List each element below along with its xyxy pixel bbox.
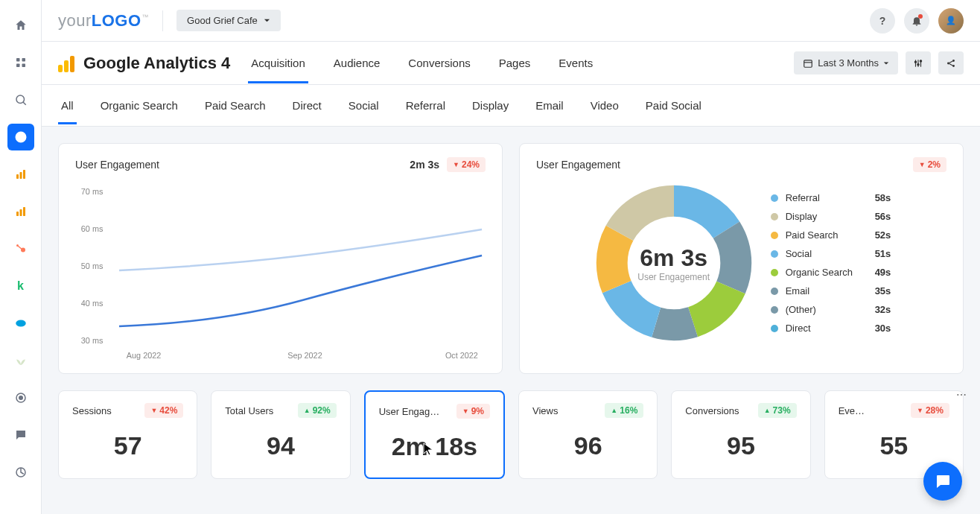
kpi-value: 57 (72, 431, 183, 460)
tab-pages[interactable]: Pages (496, 43, 534, 83)
tab-audience[interactable]: Audience (331, 43, 384, 83)
kpi-title: Total Users (225, 405, 273, 416)
legend-label: Social (786, 248, 868, 259)
engagement-delta: ▼24% (447, 157, 486, 172)
svg-text:Aug 2022: Aug 2022 (127, 351, 161, 360)
kpi-value: 55 (839, 431, 949, 460)
share-icon (946, 58, 956, 69)
channel-display[interactable]: Display (469, 87, 512, 124)
svg-line-31 (949, 63, 953, 65)
channel-paid-social[interactable]: Paid Social (643, 87, 704, 124)
legend-value: 32s (875, 304, 891, 315)
user-avatar[interactable]: 👤 (938, 8, 964, 34)
svg-point-17 (19, 396, 22, 400)
legend-label: Referral (786, 192, 868, 203)
left-nav-rail: k (0, 0, 42, 514)
kpi-delta: ▲73% (758, 403, 797, 418)
kpi-title: Sessions (72, 405, 112, 416)
svg-text:30 ms: 30 ms (81, 336, 104, 345)
legend-label: Organic Search (786, 267, 868, 278)
svg-rect-19 (804, 60, 812, 66)
kpi-title: Conversions (685, 405, 739, 416)
channel-social[interactable]: Social (346, 87, 382, 124)
svg-point-24 (914, 61, 916, 63)
kpi-card[interactable]: Sessions▼42%57 (58, 390, 197, 479)
kpi-card[interactable]: User Engag…▼9%2m 18s (364, 390, 505, 479)
kpi-title: Views (532, 405, 558, 416)
nav-search-icon[interactable] (7, 86, 34, 113)
date-range-button[interactable]: Last 3 Months (794, 51, 898, 74)
kpi-delta: ▲16% (605, 403, 643, 418)
channel-email[interactable]: Email (532, 87, 567, 124)
legend-label: Paid Search (786, 229, 868, 241)
svg-rect-6 (16, 174, 19, 179)
legend-dot (771, 232, 778, 239)
share-button[interactable] (938, 51, 964, 74)
legend-dot (771, 213, 778, 220)
nav-goal-icon[interactable] (7, 459, 34, 486)
legend-value: 52s (875, 229, 891, 241)
settings-button[interactable] (906, 51, 931, 74)
nav-home-icon[interactable] (7, 12, 34, 39)
channel-paid-search[interactable]: Paid Search (202, 87, 269, 124)
workspace-selector[interactable]: Good Grief Cafe (176, 10, 281, 31)
channel-referral[interactable]: Referral (403, 87, 448, 124)
donut-delta: ▼2% (913, 157, 946, 172)
engagement-line-chart: 70 ms 60 ms 50 ms 40 ms 30 ms Aug 2022 S… (75, 181, 486, 360)
donut-legend: Referral58sDisplay56sPaid Search52sSocia… (771, 192, 891, 334)
channel-all[interactable]: All (58, 87, 77, 124)
nav-signals2-icon[interactable] (7, 198, 34, 225)
nav-hubspot-icon[interactable] (7, 235, 34, 262)
svg-rect-0 (16, 58, 20, 62)
notifications-button[interactable] (904, 8, 929, 34)
engagement-line-card: User Engagement 2m 3s ▼24% 70 ms 60 ms 5… (58, 143, 503, 374)
nav-k-icon[interactable]: k (7, 273, 34, 299)
kpi-card[interactable]: Total Users▲92%94 (211, 390, 350, 479)
page-header: Google Analytics 4 Acquisition Audience … (42, 42, 980, 85)
svg-text:Sep 2022: Sep 2022 (287, 351, 322, 360)
nav-target-icon[interactable] (7, 384, 34, 411)
nav-salesforce-icon[interactable] (7, 310, 34, 337)
channel-organic[interactable]: Organic Search (98, 87, 181, 124)
kpi-title: User Engag… (379, 406, 440, 417)
kpi-value: 2m 18s (379, 432, 490, 461)
kpi-more-icon[interactable]: ⋯ (956, 389, 967, 401)
chevron-down-icon (883, 60, 889, 66)
engagement-card-title: User Engagement (75, 159, 159, 171)
nav-signals-icon[interactable] (7, 161, 34, 188)
ga4-icon (58, 54, 76, 72)
kpi-value: 96 (532, 431, 643, 460)
nav-analytics-icon[interactable] (7, 124, 34, 150)
page-title: Google Analytics 4 (83, 54, 230, 73)
kpi-card[interactable]: Conversions▲73%95 (671, 390, 810, 479)
nav-chat-icon[interactable] (7, 422, 34, 448)
legend-value: 58s (875, 192, 891, 203)
kpi-value: 95 (685, 431, 796, 460)
channel-video[interactable]: Video (588, 87, 622, 124)
channel-direct[interactable]: Direct (290, 87, 325, 124)
kpi-delta: ▼42% (144, 403, 183, 418)
chat-fab[interactable] (923, 462, 962, 501)
nav-seed-icon[interactable] (7, 347, 34, 374)
donut-card-title: User Engagement (536, 159, 620, 171)
svg-text:70 ms: 70 ms (81, 187, 104, 196)
legend-dot (771, 306, 778, 314)
tab-conversions[interactable]: Conversions (405, 43, 473, 83)
tab-acquisition[interactable]: Acquisition (248, 43, 308, 83)
chat-icon (934, 472, 952, 490)
kpi-card[interactable]: Views▲16%96 (518, 390, 658, 479)
nav-apps-icon[interactable] (7, 49, 34, 76)
legend-dot (771, 194, 778, 202)
kpi-delta: ▼28% (911, 403, 949, 418)
legend-row: Referral58s (771, 192, 891, 203)
svg-point-25 (917, 63, 919, 65)
kpi-row: ⋯ Sessions▼42%57Total Users▲92%94User En… (58, 390, 964, 479)
svg-text:Oct 2022: Oct 2022 (445, 351, 478, 360)
tab-events[interactable]: Events (556, 43, 596, 83)
legend-row: Email35s (771, 285, 891, 296)
legend-row: Organic Search49s (771, 267, 891, 278)
legend-label: Direct (786, 323, 868, 334)
legend-value: 51s (875, 248, 891, 259)
help-button[interactable]: ? (870, 8, 895, 34)
engagement-value: 2m 3s (410, 159, 439, 171)
